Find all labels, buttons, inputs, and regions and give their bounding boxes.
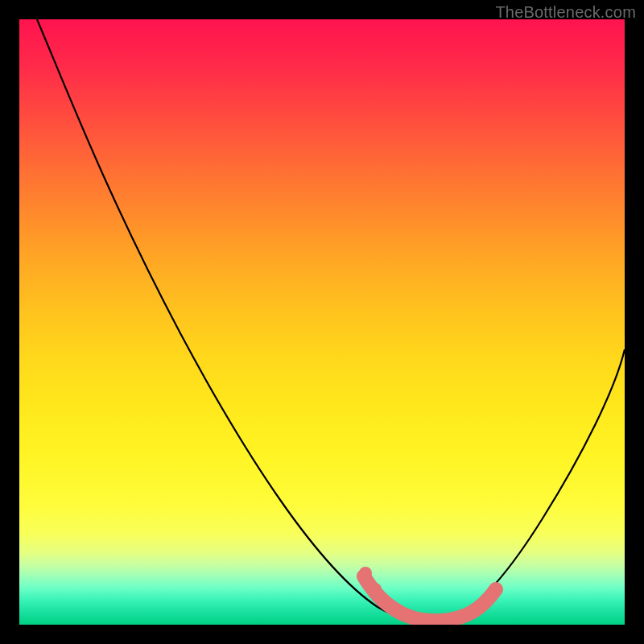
bottleneck-curve <box>37 19 625 621</box>
plot-area <box>19 19 625 625</box>
highlight-dot <box>369 583 382 596</box>
highlight-dot <box>359 567 372 580</box>
watermark-text: TheBottleneck.com <box>495 3 636 22</box>
chart-frame: TheBottleneck.com <box>0 0 644 644</box>
curve-layer <box>19 19 625 625</box>
highlight-band <box>364 576 496 621</box>
